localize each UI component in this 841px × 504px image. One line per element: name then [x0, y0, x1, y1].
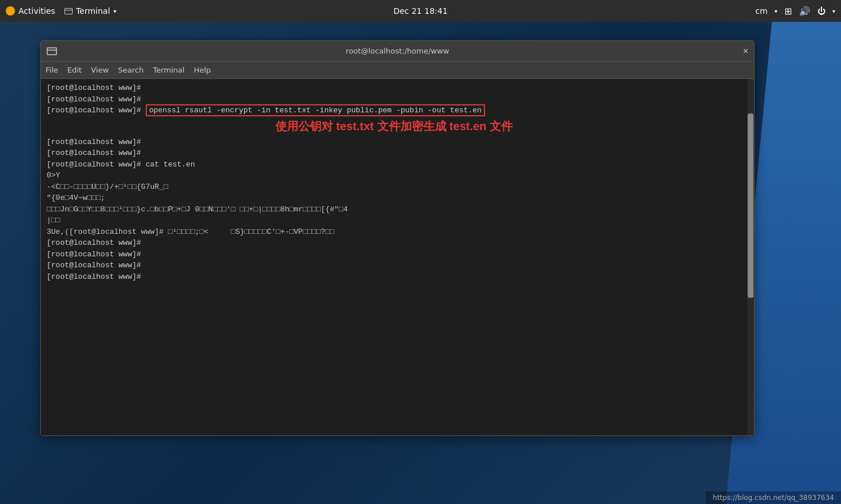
term-line-2: [root@localhost www]#: [47, 94, 741, 105]
power-dropdown-icon: ▾: [832, 8, 835, 14]
term-line-3: [root@localhost www]# openssl rsautl -en…: [47, 105, 741, 116]
term-line-8: [root@localhost www]#: [47, 249, 741, 260]
term-line-4: [root@localhost www]#: [47, 137, 741, 148]
terminal-menubar: File Edit View Search Terminal Help: [41, 62, 754, 79]
binary-line-3: "{0e□4V~w□□□;: [47, 192, 741, 204]
menu-search[interactable]: Search: [118, 66, 144, 74]
network-icon: ⊞: [785, 6, 792, 17]
menu-view[interactable]: View: [91, 66, 109, 74]
app-label: Terminal: [76, 6, 110, 16]
annotation-text: 使用公钥对 test.txt 文件加密生成 test.en 文件: [47, 119, 741, 134]
terminal-window-icon: [47, 47, 57, 55]
term-line-7: [root@localhost www]#: [47, 237, 741, 249]
term-line-1: [root@localhost www]#: [47, 82, 741, 94]
app-dropdown-icon: ▾: [113, 8, 116, 14]
binary-line-4: □□□Jn□G□□Y□□8□□□¹□□□}c.□b□□P□+□J 0□□N□□□…: [47, 204, 741, 215]
topbar-right: cm ▾ ⊞ 🔊 ⏻ ▾: [755, 6, 835, 17]
topbar-left: Activities Terminal ▾: [6, 6, 116, 16]
topbar: Activities Terminal ▾ Dec 21 18:41 cm ▾ …: [0, 0, 841, 22]
terminal-titlebar-icon: [65, 8, 73, 14]
term-line-9: [root@localhost www]#: [47, 260, 741, 271]
terminal-titlebar: root@localhost:/home/www ×: [41, 41, 754, 62]
menu-help[interactable]: Help: [194, 66, 211, 74]
terminal-scrollbar[interactable]: [747, 79, 754, 435]
activities-label: Activities: [18, 6, 55, 16]
activities-dot: [6, 6, 15, 16]
term-line-6: [root@localhost www]# cat test.en: [47, 159, 741, 170]
user-dropdown-icon: ▾: [775, 8, 778, 14]
binary-line-2: -<C□□-□□□□U□□}/+□¹□□{G7uR_□: [47, 181, 741, 193]
annotation-line: 使用公钥对 test.txt 文件加密生成 test.en 文件: [47, 119, 741, 134]
binary-line-6: 3Ue,([root@localhost www]# □¹□□□□;□< □S}…: [47, 226, 741, 238]
volume-icon: 🔊: [799, 6, 810, 17]
terminal-close-button[interactable]: ×: [743, 46, 748, 56]
binary-line-5: |□□: [47, 215, 741, 226]
terminal-window: root@localhost:/home/www × File Edit Vie…: [40, 40, 755, 436]
binary-line-1: 0>Y: [47, 170, 741, 181]
menu-terminal[interactable]: Terminal: [153, 66, 184, 74]
desktop: root@localhost:/home/www × File Edit Vie…: [0, 22, 841, 504]
scrollbar-thumb[interactable]: [748, 113, 753, 298]
highlighted-command: openssl rsautl -encrypt -in test.txt -in…: [146, 104, 485, 116]
activities-button[interactable]: Activities: [6, 6, 55, 16]
terminal-content[interactable]: [root@localhost www]# [root@localhost ww…: [41, 79, 754, 435]
term-line-10: [root@localhost www]#: [47, 271, 741, 283]
statusbar: https://blog.csdn.net/qq_38937634: [706, 491, 841, 504]
terminal-content-wrapper: [root@localhost www]# [root@localhost ww…: [41, 79, 754, 435]
topbar-datetime: Dec 21 18:41: [393, 6, 448, 16]
statusbar-url: https://blog.csdn.net/qq_38937634: [713, 494, 834, 502]
terminal-empty-space: [47, 282, 741, 432]
app-menu[interactable]: Terminal ▾: [65, 6, 116, 16]
power-icon: ⏻: [817, 6, 825, 16]
term-line-5: [root@localhost www]#: [47, 147, 741, 159]
user-label: cm: [755, 6, 767, 16]
terminal-title: root@localhost:/home/www: [346, 47, 449, 55]
menu-edit[interactable]: Edit: [67, 66, 82, 74]
menu-file[interactable]: File: [46, 66, 58, 74]
